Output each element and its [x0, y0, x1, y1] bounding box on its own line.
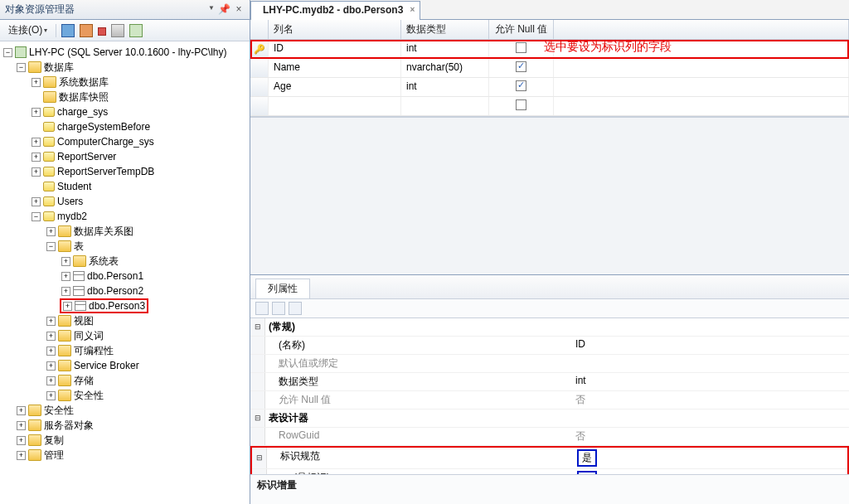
databases-node[interactable]: − 数据库	[2, 60, 248, 75]
prop-datatype[interactable]: 数据类型int	[250, 373, 849, 391]
prop-name[interactable]: (名称)ID	[250, 337, 849, 355]
tree-label: 数据库关系图	[74, 225, 133, 239]
checkbox[interactable]	[516, 80, 526, 91]
cell-type[interactable]	[401, 97, 489, 115]
tree-node[interactable]: chargeSystemBefore	[2, 119, 248, 134]
close-panel-icon[interactable]: ×	[233, 4, 245, 16]
document-tab[interactable]: LHY-PC.mydb2 - dbo.Person3 ×	[250, 1, 420, 20]
document-tab-bar: LHY-PC.mydb2 - dbo.Person3 ×	[250, 0, 849, 20]
tree-node[interactable]: +Service Broker	[2, 358, 248, 373]
tree-node[interactable]: +数据库关系图	[2, 224, 248, 239]
expander-icon[interactable]: −	[3, 48, 12, 57]
expander-icon[interactable]: −	[17, 63, 26, 72]
tree-label: 系统表	[89, 254, 119, 269]
filter-icon[interactable]	[111, 24, 124, 37]
pin-icon[interactable]: 📌	[218, 4, 230, 16]
tree-node[interactable]: +Users	[2, 194, 248, 209]
tree-node[interactable]: +ReportServerTempDB	[2, 164, 248, 179]
column-row-empty[interactable]	[250, 97, 849, 116]
tree-node[interactable]: +charge_sys	[2, 104, 248, 119]
table-icon	[73, 271, 85, 281]
table-icon	[73, 286, 85, 296]
tree-node[interactable]: +服务器对象	[2, 418, 248, 433]
prop-category-general[interactable]: ⊟(常规)	[250, 318, 849, 337]
prop-is-identity[interactable]: (是标识)是	[252, 469, 847, 475]
separator	[56, 24, 56, 37]
column-row-age[interactable]: Age int	[250, 78, 849, 97]
identity-spec-group: ⊟标识规范是 (是标识)是 标识增量1 标识种子1 不用于复制否 大小4	[250, 446, 849, 475]
cell-name[interactable]: Age	[269, 78, 401, 96]
stop-icon[interactable]	[98, 27, 106, 36]
tree-node[interactable]: +管理	[2, 448, 248, 463]
header-allow-null[interactable]: 允许 Null 值	[489, 20, 554, 39]
folder-icon	[58, 390, 71, 401]
tree-label: 安全性	[74, 389, 104, 403]
tree-label: Student	[57, 181, 91, 192]
table-node-person3[interactable]: +dbo.Person3	[2, 298, 248, 313]
cell-null[interactable]	[489, 59, 554, 77]
header-data-type[interactable]: 数据类型	[401, 20, 489, 39]
cell-type[interactable]: int	[401, 40, 489, 58]
connect-button[interactable]: 连接(O)▾	[5, 22, 51, 38]
tree-node[interactable]: +同义词	[2, 328, 248, 343]
tables-node[interactable]: −表	[2, 239, 248, 254]
tree-node[interactable]: +安全性	[2, 403, 248, 418]
folder-icon	[28, 434, 41, 446]
prop-allow-null[interactable]: 允许 Null 值否	[250, 391, 849, 410]
checkbox[interactable]	[516, 99, 526, 110]
grid-filler	[250, 117, 849, 274]
column-properties-tab[interactable]: 列属性	[255, 279, 310, 298]
tree-node[interactable]: +可编程性	[2, 343, 248, 358]
prop-default[interactable]: 默认值或绑定	[250, 355, 849, 373]
cell-type[interactable]: int	[401, 78, 489, 96]
table-node-person1[interactable]: +dbo.Person1	[2, 269, 248, 284]
primary-key-icon: 🔑	[254, 44, 265, 55]
property-grid[interactable]: ⊟(常规) (名称)ID 默认值或绑定 数据类型int 允许 Null 值否 ⊟…	[250, 318, 849, 475]
props-pages-icon[interactable]	[289, 302, 302, 315]
refresh-icon[interactable]	[129, 24, 143, 37]
tree-node[interactable]: +存储	[2, 373, 248, 388]
folder-icon	[58, 345, 71, 356]
cell-name[interactable]: Name	[269, 59, 401, 77]
tree-node[interactable]: +ReportServer	[2, 149, 248, 164]
tree-node[interactable]: +系统数据库	[2, 75, 248, 90]
tree-node[interactable]: +视图	[2, 313, 248, 328]
categorized-icon[interactable]	[255, 302, 269, 315]
prop-rowguid[interactable]: RowGuid否	[250, 428, 849, 446]
folder-icon	[58, 375, 71, 386]
connect-icon[interactable]	[61, 24, 75, 37]
cell-type[interactable]: nvarchar(50)	[401, 59, 489, 77]
tree-label: dbo.Person2	[87, 285, 143, 297]
cell-null[interactable]	[489, 78, 554, 96]
prop-category-designer[interactable]: ⊟表设计器	[250, 410, 849, 428]
tree-node[interactable]: Student	[2, 179, 248, 194]
header-column-name[interactable]: 列名	[269, 20, 401, 39]
highlighted-node: +dbo.Person3	[60, 298, 148, 313]
checkbox[interactable]	[516, 61, 526, 72]
dropdown-icon[interactable]: ▼	[208, 4, 215, 16]
tree-node[interactable]: +安全性	[2, 388, 248, 403]
disconnect-icon[interactable]	[80, 24, 93, 37]
tree-node[interactable]: +复制	[2, 433, 248, 448]
folder-icon	[58, 240, 71, 252]
alphabetical-icon[interactable]	[272, 302, 285, 315]
cell-null[interactable]	[489, 97, 554, 115]
database-icon	[43, 122, 55, 132]
tree-node[interactable]: +系统表	[2, 254, 248, 269]
prop-identity-spec[interactable]: ⊟标识规范是	[252, 448, 847, 469]
tree-label: 管理	[44, 448, 64, 463]
cell-name[interactable]	[269, 97, 401, 115]
table-node-person2[interactable]: +dbo.Person2	[2, 284, 248, 298]
cell-name[interactable]: ID	[269, 40, 401, 58]
mydb2-node[interactable]: −mydb2	[2, 209, 248, 224]
checkbox[interactable]	[516, 42, 526, 53]
object-tree[interactable]: − LHY-PC (SQL Server 10.0.1600 - lhy-PC\…	[0, 41, 250, 504]
server-node[interactable]: − LHY-PC (SQL Server 10.0.1600 - lhy-PC\…	[2, 45, 248, 60]
grid-header: 列名 数据类型 允许 Null 值	[250, 20, 849, 40]
tree-node[interactable]: 数据库快照	[2, 90, 248, 104]
column-row-name[interactable]: Name nvarchar(50)	[250, 59, 849, 78]
tree-node[interactable]: +ComputerCharge_sys	[2, 134, 248, 149]
close-tab-icon[interactable]: ×	[410, 5, 415, 14]
table-icon	[75, 301, 86, 311]
annotation-text: 选中要设为标识列的字段	[544, 40, 672, 55]
